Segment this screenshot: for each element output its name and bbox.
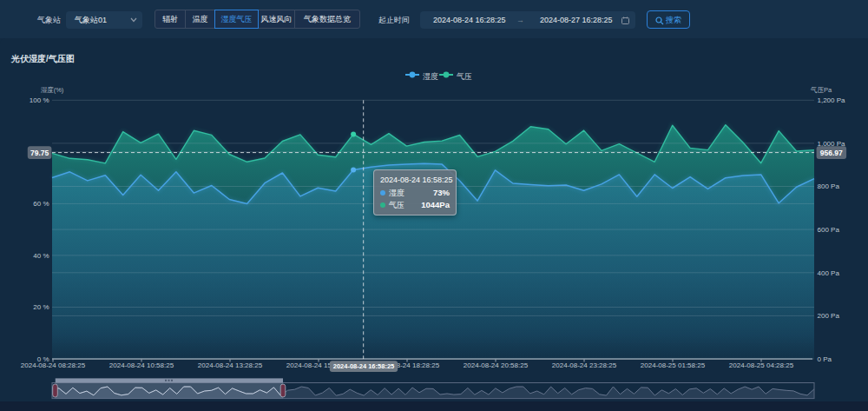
svg-text:2024-08-24 20:58:25: 2024-08-24 20:58:25 <box>464 361 529 369</box>
svg-text:2024-08-24 23:28:25: 2024-08-24 23:28:25 <box>552 361 617 369</box>
svg-text:60 %: 60 % <box>33 200 49 208</box>
svg-text:1,200 Pa: 1,200 Pa <box>818 96 846 104</box>
svg-text:800 Pa: 800 Pa <box>818 182 840 190</box>
svg-text:956.97: 956.97 <box>820 149 843 157</box>
svg-text:气压Pa: 气压Pa <box>810 86 832 94</box>
svg-text:2024-08-24 10:58:25: 2024-08-24 10:58:25 <box>109 361 174 369</box>
svg-text:40 %: 40 % <box>33 252 49 260</box>
svg-text:2024-08-25 04:28:25: 2024-08-25 04:28:25 <box>729 361 794 369</box>
svg-text:400 Pa: 400 Pa <box>818 269 840 277</box>
svg-text:100 %: 100 % <box>30 96 49 104</box>
svg-text:2024-08-24 16:58:25: 2024-08-24 16:58:25 <box>333 362 394 370</box>
svg-text:79.75: 79.75 <box>30 149 49 157</box>
svg-text:20 %: 20 % <box>33 303 49 311</box>
svg-text:2024-08-25 01:58:25: 2024-08-25 01:58:25 <box>641 361 706 369</box>
svg-text:0 Pa: 0 Pa <box>818 355 832 363</box>
svg-text:200 Pa: 200 Pa <box>818 312 840 320</box>
svg-text:600 Pa: 600 Pa <box>818 226 840 234</box>
svg-text:湿度(%): 湿度(%) <box>41 86 64 94</box>
svg-text:2024-08-24 13:28:25: 2024-08-24 13:28:25 <box>198 361 263 369</box>
svg-text:2024-08-24 08:28:25: 2024-08-24 08:28:25 <box>21 361 86 369</box>
